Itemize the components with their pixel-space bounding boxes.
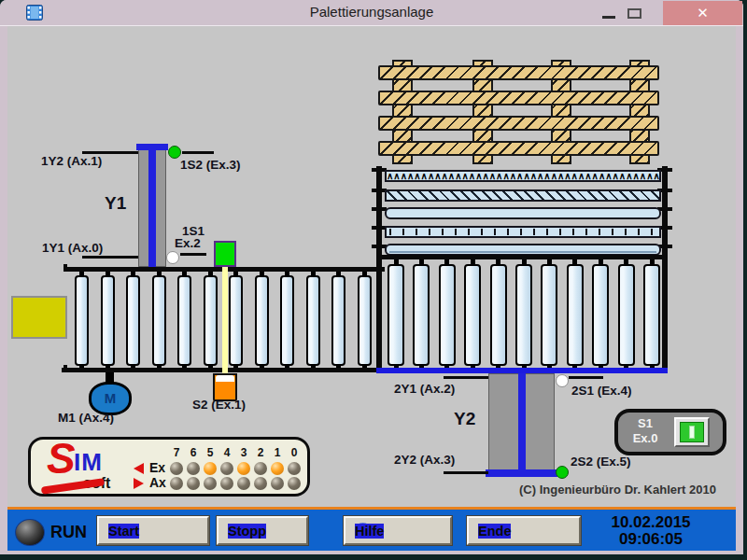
label-1y1: 1Y1 (Ax.0) xyxy=(42,241,103,255)
io-led-ex6 xyxy=(187,462,200,475)
magazine-bottom-rail xyxy=(376,255,668,259)
conveyor-roller xyxy=(592,264,609,366)
input-arrow-icon xyxy=(134,463,144,474)
conveyor-roller xyxy=(388,264,404,366)
conveyor-roller xyxy=(490,264,507,366)
label-1y2: 1Y2 (Ax.1) xyxy=(41,154,102,168)
s1-switch-box: S1 Ex.0 xyxy=(614,409,726,455)
close-icon: ✕ xyxy=(697,5,709,21)
bit-number: 0 xyxy=(288,446,301,459)
label-1s2: 1S2 (Ex.3) xyxy=(180,158,241,172)
stop-button-label: Stopp xyxy=(228,524,266,539)
bit-number: 6 xyxy=(187,446,200,459)
magazine-left-post xyxy=(376,166,382,373)
label-ex2: Ex.2 xyxy=(175,236,201,250)
io-led-ex0 xyxy=(288,462,301,475)
bit-number: 3 xyxy=(237,446,250,459)
conveyor-roller xyxy=(177,275,191,366)
simsoft-panel: S IM soft Ex Ax 76543210 xyxy=(28,437,310,497)
magazine-bar-hatched xyxy=(385,189,661,202)
date-display: 10.02.2015 xyxy=(571,514,730,531)
sensor-2s1-indicator xyxy=(556,374,569,387)
conveyor-roller xyxy=(331,275,345,366)
conveyor-roller xyxy=(255,275,269,366)
ax-row-label: Ax xyxy=(149,475,166,490)
toggle-switch-state xyxy=(680,422,704,442)
pallet-plank xyxy=(378,116,659,131)
bit-number: 1 xyxy=(271,446,284,459)
datetime-display: 10.02.2015 09:06:05 xyxy=(571,514,730,548)
sensor-1s1-indicator xyxy=(166,251,179,264)
valve-line-1y1 xyxy=(82,256,138,259)
conveyor-roller xyxy=(280,275,294,366)
io-led-ax2 xyxy=(254,477,267,490)
conveyor-roller xyxy=(204,275,218,366)
conveyor-roller xyxy=(358,275,372,366)
time-display: 09:06:05 xyxy=(571,531,730,548)
app-window: Palettierungsanlage ✕ 1Y2 (Ax.1) 1S2 (Ex… xyxy=(0,0,743,554)
close-button[interactable]: ✕ xyxy=(663,1,742,25)
conveyor-roller xyxy=(515,264,532,366)
pallet-plank xyxy=(378,91,659,105)
sensor-line-1s2 xyxy=(182,151,214,154)
io-led-ax6 xyxy=(187,477,200,490)
help-button[interactable]: ? Hilfe xyxy=(344,516,452,545)
exit-button-label: Ende xyxy=(478,524,511,539)
conveyor-roller xyxy=(101,275,115,366)
io-led-ax3 xyxy=(237,477,250,490)
conveyor-roller xyxy=(643,264,660,366)
io-led-ex1 xyxy=(271,462,284,475)
maximize-button[interactable] xyxy=(622,0,648,25)
io-led-ax7 xyxy=(170,477,183,490)
label-y2: Y2 xyxy=(454,409,475,429)
magazine-bar-plain xyxy=(385,207,661,219)
rail-endcap xyxy=(63,365,67,372)
magazine-right-post xyxy=(662,166,668,373)
start-button[interactable]: Start xyxy=(97,516,209,545)
cylinder-y1-cap xyxy=(136,144,168,150)
valve-line-2y2 xyxy=(444,471,488,474)
io-led-ax4 xyxy=(220,477,233,490)
pallet-plank xyxy=(378,65,659,80)
sensor-line-2s1 xyxy=(569,376,603,379)
bit-number: 5 xyxy=(204,446,217,459)
maximize-icon xyxy=(627,8,641,19)
conveyor-roller xyxy=(439,264,456,366)
conveyor-roller xyxy=(152,275,166,366)
conveyor-roller xyxy=(75,275,89,366)
io-led-ex7 xyxy=(170,462,183,475)
io-led-ex2 xyxy=(254,462,267,475)
cylinder-y2-rod xyxy=(518,373,526,470)
sensor-2s2-indicator xyxy=(556,466,569,479)
conveyor-roller xyxy=(413,264,430,366)
exit-button[interactable]: Ende xyxy=(467,516,581,545)
io-led-ex5 xyxy=(204,462,217,475)
toggle-switch-knob xyxy=(689,426,695,439)
toggle-switch[interactable] xyxy=(674,417,710,447)
minimize-button[interactable] xyxy=(596,0,622,25)
copyright-text: (C) Ingenieurbüro Dr. Kahlert 2010 xyxy=(519,483,716,497)
magazine-bar-chain: ∧∧∧∧∧∧∧∧∧∧∧∧∧∧∧∧∧∧∧∧∧∧∧∧∧∧∧∧∧∧∧∧∧∧∧∧∧∧∧∧… xyxy=(385,170,661,182)
label-m1: M1 (Ax.4) xyxy=(58,411,114,425)
run-label: RUN xyxy=(50,523,87,542)
zigzag-pattern: ∧∧∧∧∧∧∧∧∧∧∧∧∧∧∧∧∧∧∧∧∧∧∧∧∧∧∧∧∧∧∧∧∧∧∧∧∧∧∧∧… xyxy=(387,172,659,180)
io-led-ex4 xyxy=(220,462,233,475)
conveyor-roller xyxy=(126,275,140,366)
io-led-ax0 xyxy=(288,477,301,490)
stop-button[interactable]: Stopp xyxy=(217,516,308,545)
magazine-bar-segmented xyxy=(385,226,661,238)
title-bar: Palettierungsanlage ✕ xyxy=(0,0,743,26)
minimize-icon xyxy=(602,16,615,19)
motor-letter: M xyxy=(105,390,117,406)
valve-line-2y1 xyxy=(444,376,488,379)
cylinder-y1-rod xyxy=(148,150,156,267)
label-2s2: 2S2 (Ex.5) xyxy=(571,455,631,469)
conveyor-roller xyxy=(464,264,481,366)
help-button-label: Hilfe xyxy=(355,524,384,539)
bit-number: 7 xyxy=(170,446,183,459)
output-arrow-icon xyxy=(134,478,144,489)
conveyor-roller xyxy=(229,275,243,366)
pallet-plank xyxy=(378,141,659,156)
cylinder-y2-cap xyxy=(486,469,557,477)
pallet-conveyor-rail xyxy=(376,368,668,373)
